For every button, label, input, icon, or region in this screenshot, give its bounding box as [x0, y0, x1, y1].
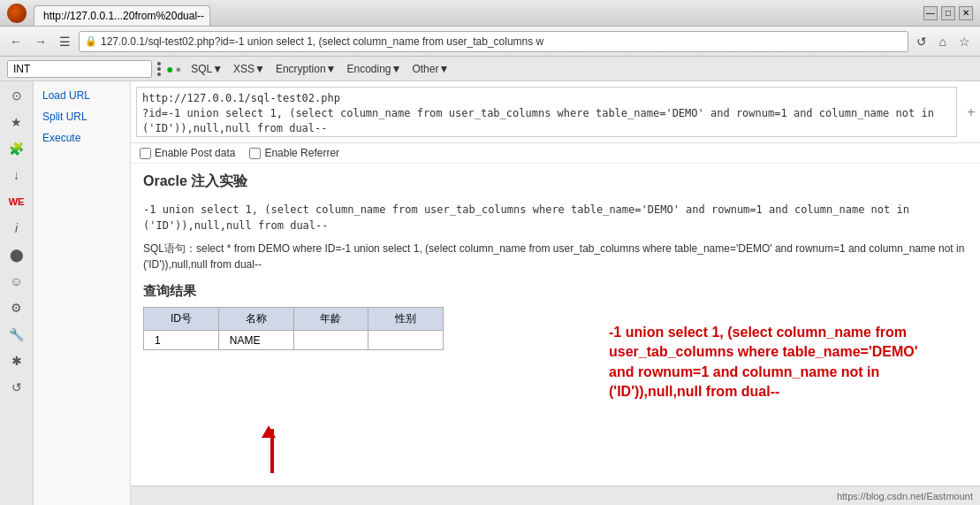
result-table: ID号 名称 年龄 性别 1 NAME — [143, 307, 444, 350]
dots-separator — [157, 62, 161, 76]
home-button[interactable]: ⌂ — [935, 33, 951, 50]
xss-menu[interactable]: XSS▼ — [229, 61, 270, 77]
sql-menu[interactable]: SQL▼ — [186, 61, 227, 77]
tool-icon[interactable]: 🔧 — [6, 324, 27, 345]
other-menu[interactable]: Other▼ — [407, 61, 453, 77]
cell-name: NAME — [218, 331, 293, 350]
tab-bar: http://127.0.0.1...20from%20dual-- ✕ — [34, 0, 923, 26]
annotation-text: -1 union select 1, (select column_name f… — [609, 323, 945, 402]
url-textarea[interactable]: http://127.0.0.1/sql-test02.php ?id=-1 u… — [136, 87, 957, 137]
tool-panel: Load URL Split URL Execute — [34, 81, 131, 505]
load-url-button[interactable]: Load URL — [37, 87, 126, 104]
status-url: https://blog.csdn.net/Eastmount — [837, 491, 973, 501]
table-header-row: ID号 名称 年龄 性别 — [144, 308, 444, 331]
referrer-checkbox-item[interactable]: Enable Referrer — [249, 147, 339, 159]
query-result-title: 查询结果 — [143, 283, 968, 300]
url-plus-button[interactable]: + — [962, 81, 980, 142]
star-button[interactable]: ☆ — [954, 33, 975, 50]
encoding-menu[interactable]: Encoding▼ — [342, 61, 406, 77]
forward-button[interactable]: → — [30, 33, 51, 50]
arrow-shaft-icon — [270, 429, 274, 473]
download-icon[interactable]: ↓ — [6, 165, 27, 186]
split-url-button[interactable]: Split URL — [37, 108, 126, 126]
window-controls: — □ ✕ — [923, 6, 973, 20]
cell-age — [293, 331, 368, 350]
encryption-menu[interactable]: Encryption▼ — [271, 61, 341, 77]
refresh-button[interactable]: ↺ — [912, 33, 931, 50]
post-data-checkbox-item[interactable]: Enable Post data — [140, 147, 235, 159]
left-icon-panel: ⊙ ★ 🧩 ↓ WE i ⬤ ☺ ⚙ 🔧 ✱ ↺ — [0, 81, 34, 505]
page-content: Oracle 注入实验 -1 union select 1, (select c… — [131, 164, 980, 486]
table-row: 1 NAME — [144, 331, 444, 350]
puzzle-icon[interactable]: 🧩 — [6, 138, 27, 159]
address-text: 127.0.0.1/sql-test02.php?id=-1 union sel… — [101, 35, 902, 48]
security-icon: 🔒 — [85, 35, 97, 47]
close-button[interactable]: ✕ — [959, 6, 973, 20]
toolbar: ● ● SQL▼ XSS▼ Encryption▼ Encoding▼ Othe… — [0, 57, 980, 81]
sql-statement-text: SQL语句：select * from DEMO where ID=-1 uni… — [143, 241, 968, 272]
tamper-icon[interactable]: ⊙ — [6, 85, 27, 106]
browser-tab[interactable]: http://127.0.0.1...20from%20dual-- ✕ — [34, 5, 210, 26]
referrer-checkbox[interactable] — [249, 148, 261, 159]
main-layout: ⊙ ★ 🧩 ↓ WE i ⬤ ☺ ⚙ 🔧 ✱ ↺ Load URL Split … — [0, 81, 980, 505]
post-data-checkbox[interactable] — [140, 148, 151, 159]
titlebar: http://127.0.0.1...20from%20dual-- ✕ — □… — [0, 0, 980, 27]
execute-button[interactable]: Execute — [37, 129, 126, 147]
status-bar: https://blog.csdn.net/Eastmount — [131, 486, 980, 505]
referrer-label: Enable Referrer — [264, 147, 339, 159]
green-dot: ● — [166, 62, 173, 76]
dot3 — [157, 73, 161, 76]
url-area: http://127.0.0.1/sql-test02.php ?id=-1 u… — [131, 81, 980, 143]
dot2 — [157, 67, 161, 71]
we-icon[interactable]: WE — [6, 191, 27, 212]
col-age: 年龄 — [293, 308, 368, 331]
col-id: ID号 — [144, 308, 219, 331]
star-side-icon[interactable]: ★ — [6, 111, 27, 133]
int-input[interactable] — [7, 60, 152, 78]
minimize-button[interactable]: — — [923, 6, 938, 20]
back-button[interactable]: ← — [5, 33, 27, 50]
dot-separator: ● — [175, 64, 181, 74]
cell-id: 1 — [144, 331, 219, 350]
circle-icon[interactable]: ⬤ — [6, 244, 27, 265]
col-name: 名称 — [218, 308, 293, 331]
info-icon[interactable]: i — [6, 218, 27, 239]
tab-close-icon[interactable]: ✕ — [209, 11, 210, 22]
navbar: ← → ☰ 🔒 127.0.0.1/sql-test02.php?id=-1 u… — [0, 27, 980, 57]
browser-logo — [7, 4, 27, 23]
page-title: Oracle 注入实验 — [143, 172, 968, 191]
asterisk-icon[interactable]: ✱ — [6, 350, 27, 371]
menu-button[interactable]: ☰ — [55, 33, 75, 50]
tab-label: http://127.0.0.1...20from%20dual-- — [43, 10, 204, 22]
post-data-label: Enable Post data — [155, 147, 235, 159]
refresh-side-icon[interactable]: ↺ — [6, 377, 27, 398]
settings-icon[interactable]: ⚙ — [6, 297, 27, 318]
checkboxes-row: Enable Post data Enable Referrer — [131, 143, 980, 164]
cell-gender — [368, 331, 444, 350]
address-bar[interactable]: 🔒 127.0.0.1/sql-test02.php?id=-1 union s… — [79, 31, 908, 52]
dot1 — [157, 62, 161, 65]
face-icon[interactable]: ☺ — [6, 271, 27, 292]
content-area: http://127.0.0.1/sql-test02.php ?id=-1 u… — [131, 81, 980, 505]
maximize-button[interactable]: □ — [941, 6, 955, 20]
sql-inject-text: -1 union select 1, (select column_name f… — [143, 202, 968, 233]
col-gender: 性别 — [368, 308, 444, 331]
